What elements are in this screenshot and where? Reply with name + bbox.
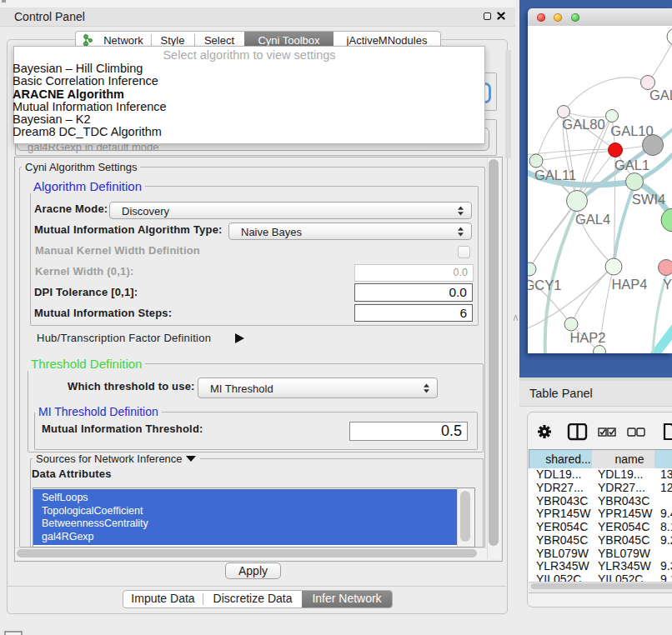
svg-text:Y: Y	[663, 277, 672, 292]
svg-text:HAP4: HAP4	[611, 277, 647, 292]
svg-text:GAL80: GAL80	[562, 117, 604, 132]
svg-text:GAL10: GAL10	[610, 123, 653, 138]
svg-text:GAL7: GAL7	[649, 88, 672, 102]
svg-text:HAP2: HAP2	[569, 330, 605, 345]
svg-text:SWI4: SWI4	[632, 192, 665, 207]
svg-text:GCY1: GCY1	[528, 278, 561, 292]
svg-text:GAL4: GAL4	[575, 212, 610, 227]
svg-text:GAL1: GAL1	[614, 158, 649, 172]
svg-text:GAL11: GAL11	[534, 168, 576, 182]
